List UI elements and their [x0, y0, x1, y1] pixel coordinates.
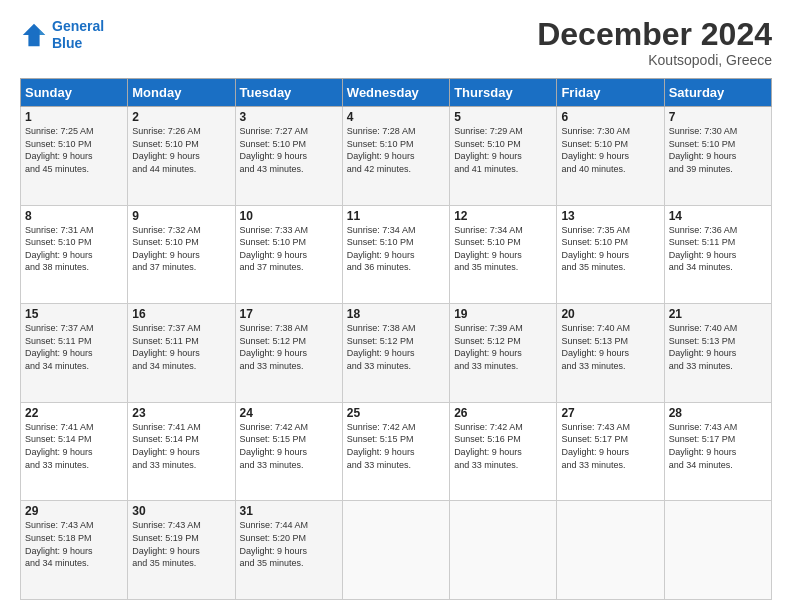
day-info: Sunrise: 7:40 AMSunset: 5:13 PMDaylight:… — [561, 322, 659, 372]
day-info: Sunrise: 7:42 AMSunset: 5:16 PMDaylight:… — [454, 421, 552, 471]
logo-text: General Blue — [52, 18, 104, 52]
day-number: 24 — [240, 406, 338, 420]
table-row: 15Sunrise: 7:37 AMSunset: 5:11 PMDayligh… — [21, 304, 128, 403]
day-number: 31 — [240, 504, 338, 518]
table-row: 7Sunrise: 7:30 AMSunset: 5:10 PMDaylight… — [664, 107, 771, 206]
table-row: 16Sunrise: 7:37 AMSunset: 5:11 PMDayligh… — [128, 304, 235, 403]
table-row — [557, 501, 664, 600]
day-info: Sunrise: 7:34 AMSunset: 5:10 PMDaylight:… — [347, 224, 445, 274]
day-info: Sunrise: 7:41 AMSunset: 5:14 PMDaylight:… — [25, 421, 123, 471]
table-row: 2Sunrise: 7:26 AMSunset: 5:10 PMDaylight… — [128, 107, 235, 206]
location: Koutsopodi, Greece — [537, 52, 772, 68]
week-row-5: 29Sunrise: 7:43 AMSunset: 5:18 PMDayligh… — [21, 501, 772, 600]
day-number: 1 — [25, 110, 123, 124]
table-row: 26Sunrise: 7:42 AMSunset: 5:16 PMDayligh… — [450, 402, 557, 501]
day-number: 29 — [25, 504, 123, 518]
col-friday: Friday — [557, 79, 664, 107]
table-row: 8Sunrise: 7:31 AMSunset: 5:10 PMDaylight… — [21, 205, 128, 304]
day-info: Sunrise: 7:30 AMSunset: 5:10 PMDaylight:… — [669, 125, 767, 175]
page: General Blue December 2024 Koutsopodi, G… — [0, 0, 792, 612]
table-row: 17Sunrise: 7:38 AMSunset: 5:12 PMDayligh… — [235, 304, 342, 403]
day-number: 25 — [347, 406, 445, 420]
table-row: 27Sunrise: 7:43 AMSunset: 5:17 PMDayligh… — [557, 402, 664, 501]
table-row: 1Sunrise: 7:25 AMSunset: 5:10 PMDaylight… — [21, 107, 128, 206]
table-row: 14Sunrise: 7:36 AMSunset: 5:11 PMDayligh… — [664, 205, 771, 304]
day-number: 22 — [25, 406, 123, 420]
table-row: 29Sunrise: 7:43 AMSunset: 5:18 PMDayligh… — [21, 501, 128, 600]
table-row: 20Sunrise: 7:40 AMSunset: 5:13 PMDayligh… — [557, 304, 664, 403]
day-info: Sunrise: 7:43 AMSunset: 5:18 PMDaylight:… — [25, 519, 123, 569]
day-number: 3 — [240, 110, 338, 124]
day-number: 7 — [669, 110, 767, 124]
day-info: Sunrise: 7:29 AMSunset: 5:10 PMDaylight:… — [454, 125, 552, 175]
col-tuesday: Tuesday — [235, 79, 342, 107]
table-row: 12Sunrise: 7:34 AMSunset: 5:10 PMDayligh… — [450, 205, 557, 304]
day-number: 21 — [669, 307, 767, 321]
day-number: 23 — [132, 406, 230, 420]
col-wednesday: Wednesday — [342, 79, 449, 107]
day-number: 2 — [132, 110, 230, 124]
day-info: Sunrise: 7:32 AMSunset: 5:10 PMDaylight:… — [132, 224, 230, 274]
table-row — [450, 501, 557, 600]
col-monday: Monday — [128, 79, 235, 107]
col-thursday: Thursday — [450, 79, 557, 107]
day-number: 11 — [347, 209, 445, 223]
week-row-1: 1Sunrise: 7:25 AMSunset: 5:10 PMDaylight… — [21, 107, 772, 206]
day-info: Sunrise: 7:41 AMSunset: 5:14 PMDaylight:… — [132, 421, 230, 471]
day-info: Sunrise: 7:36 AMSunset: 5:11 PMDaylight:… — [669, 224, 767, 274]
day-info: Sunrise: 7:26 AMSunset: 5:10 PMDaylight:… — [132, 125, 230, 175]
day-info: Sunrise: 7:33 AMSunset: 5:10 PMDaylight:… — [240, 224, 338, 274]
day-number: 15 — [25, 307, 123, 321]
day-number: 8 — [25, 209, 123, 223]
title-area: December 2024 Koutsopodi, Greece — [537, 18, 772, 68]
header-row: Sunday Monday Tuesday Wednesday Thursday… — [21, 79, 772, 107]
day-number: 4 — [347, 110, 445, 124]
table-row: 18Sunrise: 7:38 AMSunset: 5:12 PMDayligh… — [342, 304, 449, 403]
day-number: 17 — [240, 307, 338, 321]
table-row: 21Sunrise: 7:40 AMSunset: 5:13 PMDayligh… — [664, 304, 771, 403]
day-info: Sunrise: 7:39 AMSunset: 5:12 PMDaylight:… — [454, 322, 552, 372]
logo: General Blue — [20, 18, 104, 52]
day-number: 14 — [669, 209, 767, 223]
day-info: Sunrise: 7:37 AMSunset: 5:11 PMDaylight:… — [132, 322, 230, 372]
week-row-2: 8Sunrise: 7:31 AMSunset: 5:10 PMDaylight… — [21, 205, 772, 304]
table-row: 10Sunrise: 7:33 AMSunset: 5:10 PMDayligh… — [235, 205, 342, 304]
day-info: Sunrise: 7:27 AMSunset: 5:10 PMDaylight:… — [240, 125, 338, 175]
logo-line2: Blue — [52, 35, 82, 51]
day-info: Sunrise: 7:43 AMSunset: 5:19 PMDaylight:… — [132, 519, 230, 569]
day-number: 27 — [561, 406, 659, 420]
day-info: Sunrise: 7:37 AMSunset: 5:11 PMDaylight:… — [25, 322, 123, 372]
day-number: 18 — [347, 307, 445, 321]
day-number: 30 — [132, 504, 230, 518]
day-info: Sunrise: 7:31 AMSunset: 5:10 PMDaylight:… — [25, 224, 123, 274]
week-row-3: 15Sunrise: 7:37 AMSunset: 5:11 PMDayligh… — [21, 304, 772, 403]
day-number: 9 — [132, 209, 230, 223]
table-row: 3Sunrise: 7:27 AMSunset: 5:10 PMDaylight… — [235, 107, 342, 206]
col-sunday: Sunday — [21, 79, 128, 107]
table-row: 31Sunrise: 7:44 AMSunset: 5:20 PMDayligh… — [235, 501, 342, 600]
day-number: 10 — [240, 209, 338, 223]
table-row: 28Sunrise: 7:43 AMSunset: 5:17 PMDayligh… — [664, 402, 771, 501]
day-number: 19 — [454, 307, 552, 321]
day-info: Sunrise: 7:30 AMSunset: 5:10 PMDaylight:… — [561, 125, 659, 175]
day-info: Sunrise: 7:40 AMSunset: 5:13 PMDaylight:… — [669, 322, 767, 372]
week-row-4: 22Sunrise: 7:41 AMSunset: 5:14 PMDayligh… — [21, 402, 772, 501]
day-number: 28 — [669, 406, 767, 420]
day-number: 12 — [454, 209, 552, 223]
day-info: Sunrise: 7:38 AMSunset: 5:12 PMDaylight:… — [240, 322, 338, 372]
table-row: 6Sunrise: 7:30 AMSunset: 5:10 PMDaylight… — [557, 107, 664, 206]
table-row: 4Sunrise: 7:28 AMSunset: 5:10 PMDaylight… — [342, 107, 449, 206]
day-info: Sunrise: 7:43 AMSunset: 5:17 PMDaylight:… — [561, 421, 659, 471]
day-info: Sunrise: 7:42 AMSunset: 5:15 PMDaylight:… — [347, 421, 445, 471]
table-row: 5Sunrise: 7:29 AMSunset: 5:10 PMDaylight… — [450, 107, 557, 206]
logo-line1: General — [52, 18, 104, 34]
col-saturday: Saturday — [664, 79, 771, 107]
month-title: December 2024 — [537, 18, 772, 50]
table-row: 23Sunrise: 7:41 AMSunset: 5:14 PMDayligh… — [128, 402, 235, 501]
day-info: Sunrise: 7:44 AMSunset: 5:20 PMDaylight:… — [240, 519, 338, 569]
day-number: 13 — [561, 209, 659, 223]
day-info: Sunrise: 7:25 AMSunset: 5:10 PMDaylight:… — [25, 125, 123, 175]
table-row: 9Sunrise: 7:32 AMSunset: 5:10 PMDaylight… — [128, 205, 235, 304]
day-number: 5 — [454, 110, 552, 124]
table-row — [342, 501, 449, 600]
